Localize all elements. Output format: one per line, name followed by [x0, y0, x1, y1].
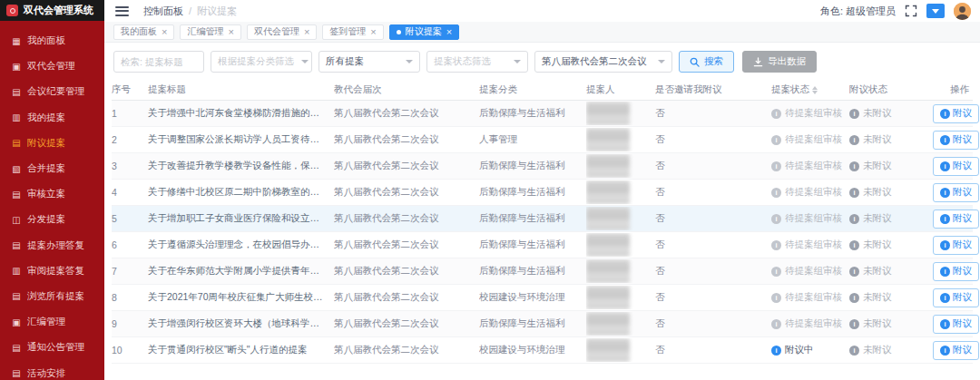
sidebar-item-my-proposals[interactable]: ▥我的提案	[0, 105, 104, 131]
proposal-category: 后勤保障与生活福利	[479, 317, 586, 330]
sidebar-item-congress-mgmt[interactable]: ▣双代会管理	[0, 54, 104, 79]
tab-我的面板[interactable]: 我的面板×	[113, 24, 174, 40]
proposal-title[interactable]: 关于改善提升教学楼教学设备性能，保障正常教学活...	[148, 160, 334, 172]
endorse-button-label: 附议	[953, 265, 972, 278]
export-data-button[interactable]: 导出数据	[742, 51, 817, 73]
search-input[interactable]	[113, 51, 204, 73]
tab-附议提案[interactable]: 附议提案×	[389, 24, 459, 40]
endorse-button[interactable]: i附议	[933, 183, 979, 202]
search-button[interactable]: 搜索	[679, 51, 734, 73]
info-circle-icon: i	[940, 319, 950, 329]
info-circle-icon: i	[849, 293, 859, 303]
sidebar-item-browse-all-proposals[interactable]: ▤浏览所有提案	[0, 284, 104, 309]
info-circle-icon: i	[940, 214, 950, 224]
proposal-category: 后勤保障与生活福利	[479, 265, 586, 278]
proposal-title[interactable]: 关于调整国家公派长期访学人员工资待遇的提案	[148, 133, 334, 146]
sidebar-item-review-filing[interactable]: ▤审核立案	[0, 181, 104, 207]
sort-icon[interactable]	[812, 86, 818, 94]
sidebar-item-review-reply[interactable]: ▥审阅提案答复	[0, 258, 104, 284]
proposal-title[interactable]: 关于2021年70周年校庆征集广大师生校庆活动与校园...	[148, 291, 334, 304]
table-row: 8关于2021年70周年校庆征集广大师生校庆活动与校园...第八届教代会第二次会…	[112, 285, 973, 311]
tab-close-icon[interactable]: ×	[304, 27, 309, 37]
chevron-down-icon	[658, 60, 665, 63]
handling-reply-icon: ▤	[11, 240, 22, 250]
review-icon: ▤	[11, 190, 22, 200]
activity-icon: ▤	[11, 368, 22, 378]
endorse-status-text: 未附议	[863, 239, 892, 251]
column-header-提案分类: 提案分类	[479, 83, 586, 96]
endorse-button[interactable]: i附议	[933, 131, 979, 150]
invited-to-endorse: 否	[655, 133, 771, 146]
session-filter-select[interactable]: 第八届教代会第二次会议	[534, 51, 672, 73]
endorse-button[interactable]: i附议	[933, 104, 979, 123]
proposal-status: i待提案组审核	[771, 160, 849, 172]
sidebar-item-label: 附议提案	[27, 137, 65, 150]
fullscreen-icon[interactable]	[905, 5, 917, 17]
user-avatar[interactable]	[954, 3, 971, 20]
tab-双代会管理[interactable]: 双代会管理×	[247, 24, 317, 40]
sidebar-item-activity-schedule[interactable]: ▤活动安排	[0, 360, 104, 380]
endorse-button[interactable]: i附议	[933, 209, 979, 229]
proposal-title[interactable]: 关于修缮中北校区原二期中阶梯教室的提案	[148, 186, 334, 199]
info-circle-icon: i	[849, 240, 859, 250]
sidebar-item-dashboard[interactable]: ▦我的面板	[0, 28, 104, 54]
scope-filter-select[interactable]: 所有提案	[318, 51, 420, 73]
my-proposal-icon: ▥	[11, 112, 22, 122]
proposal-title[interactable]: 关于贯通闵行校区"断头"人行道的提案	[148, 344, 334, 356]
breadcrumb-item[interactable]: 控制面板	[143, 5, 183, 18]
sidebar-item-merge-proposals[interactable]: ▧合并提案	[0, 156, 104, 181]
sidebar-item-distribute-proposals[interactable]: ◫分发提案	[0, 207, 104, 232]
endorse-button[interactable]: i附议	[933, 236, 979, 255]
filter-toolbar: 根据提案分类筛选 所有提案 提案状态筛选 第八届教代会第二次会议	[112, 49, 973, 80]
endorse-status: i未附议	[849, 265, 933, 278]
main-area: 控制面板 / 附议提案 角色: 超级管理员	[104, 0, 980, 380]
scope-filter-value: 所有提案	[326, 55, 364, 68]
sidebar-item-endorse-proposals[interactable]: ▤附议提案	[0, 131, 104, 156]
proposer-blurred	[586, 338, 630, 362]
category-filter-select[interactable]: 根据提案分类筛选	[211, 51, 312, 73]
tab-close-icon[interactable]: ×	[162, 27, 167, 37]
sidebar-item-handling-reply[interactable]: ▤提案办理答复	[0, 233, 104, 258]
proposal-title[interactable]: 关于增强中北河东食堂楼梯防滑措施的提案	[148, 107, 334, 120]
chevron-down-icon	[514, 60, 521, 63]
proposer-blurred	[586, 128, 630, 151]
congress-session: 第八届教代会第二次会议	[334, 344, 479, 356]
row-actions: i附议	[933, 262, 980, 281]
table-row: 9关于增强闵行校区资环大楼（地球科学学部）手机信...第八届教代会第二次会议后勤…	[112, 311, 973, 337]
info-circle-icon: i	[771, 319, 781, 329]
tab-汇编管理[interactable]: 汇编管理×	[180, 24, 240, 40]
endorse-button[interactable]: i附议	[933, 157, 979, 176]
proposer-cell	[586, 286, 655, 309]
info-circle-icon: i	[849, 188, 859, 198]
row-actions: i附议	[933, 341, 980, 360]
status-filter-select[interactable]: 提案状态筛选	[426, 51, 528, 73]
proposal-title[interactable]: 关于增强闵行校区资环大楼（地球科学学部）手机信...	[148, 317, 334, 330]
dropdown-button[interactable]	[926, 4, 945, 18]
endorse-button[interactable]: i附议	[933, 288, 979, 307]
topbar-right: 角色: 超级管理员	[820, 3, 971, 20]
proposal-title[interactable]: 关于增加职工子女商业医疗保险和设立职工子女重大...	[148, 212, 334, 225]
role-value: 超级管理员	[846, 5, 896, 16]
endorse-button[interactable]: i附议	[933, 262, 979, 281]
proposer-blurred	[586, 207, 630, 230]
hamburger-menu-icon[interactable]	[115, 6, 129, 16]
proposal-category: 后勤保障与生活福利	[479, 186, 586, 199]
proposal-title[interactable]: 关于遵循源头治理理念，在校园倡导办公、生活垃圾...	[148, 239, 334, 251]
info-circle-icon: i	[771, 293, 781, 303]
proposer-blurred	[586, 286, 630, 309]
proposal-title[interactable]: 关于在华东师范大学附属小学提供青年教工子女晚托...	[148, 265, 334, 278]
tab-close-icon[interactable]: ×	[228, 27, 233, 37]
sidebar-item-minutes-mgmt[interactable]: ▤会议纪要管理	[0, 79, 104, 104]
sidebar-item-notice-mgmt[interactable]: ▤通知公告管理	[0, 335, 104, 360]
endorse-button[interactable]: i附议	[933, 341, 979, 360]
notice-icon: ▤	[11, 343, 22, 353]
tab-close-icon[interactable]: ×	[370, 27, 376, 37]
info-circle-icon: i	[849, 109, 859, 119]
endorse-button[interactable]: i附议	[933, 315, 979, 334]
sidebar-item-compilation-mgmt[interactable]: ▣汇编管理	[0, 309, 104, 335]
proposal-status-text: 待提案组审核	[785, 107, 842, 120]
tab-签到管理[interactable]: 签到管理×	[322, 24, 383, 40]
info-circle-icon: i	[771, 188, 781, 198]
tab-close-icon[interactable]: ×	[446, 27, 452, 37]
proposal-status-text: 待提案组审核	[785, 133, 842, 146]
